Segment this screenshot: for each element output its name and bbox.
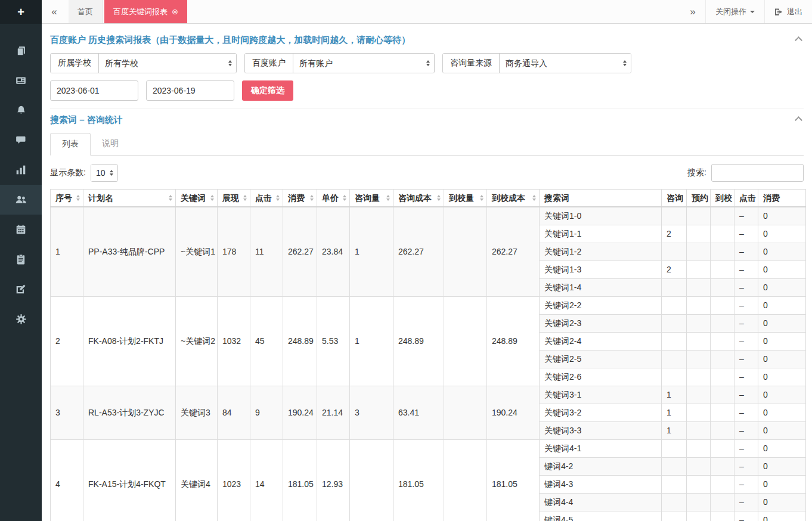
tabs-scroll-right-button[interactable]: » [680, 0, 705, 23]
term-cost: 0 [758, 422, 806, 440]
sidebar-item-users[interactable] [0, 185, 42, 215]
sort-icon[interactable] [210, 195, 214, 201]
sort-icon[interactable] [437, 195, 441, 201]
top-tab-label: 首页 [78, 7, 93, 17]
sidebar-item-calendar[interactable] [0, 215, 42, 244]
cost: 262.27 [283, 207, 317, 297]
tab-bar: 首页百度关键词报表⊗ [67, 0, 187, 23]
filter-row-dates: 确定筛选 [50, 80, 804, 101]
col-header-consult-cost[interactable]: 咨询成本 [393, 190, 444, 207]
col-header-impressions[interactable]: 展现 [218, 190, 250, 207]
files-icon [16, 46, 26, 56]
sort-icon[interactable] [310, 195, 314, 201]
col-header-consults[interactable]: 咨询量 [350, 190, 393, 207]
account-select[interactable]: 所有账户 [293, 54, 434, 73]
source-select[interactable]: 商务通导入 [500, 54, 631, 73]
sort-icon[interactable] [243, 195, 247, 201]
stats-panel-header: 搜索词 – 咨询统计 [50, 110, 804, 133]
sort-icon[interactable] [169, 195, 172, 201]
cost: 181.05 [283, 440, 317, 521]
term-book [687, 279, 711, 297]
confirm-filter-button[interactable]: 确定筛选 [242, 80, 293, 101]
col-header-clicks[interactable]: 点击 [250, 190, 283, 207]
top-tab[interactable]: 首页 [69, 0, 103, 23]
sort-icon[interactable] [276, 195, 280, 201]
sidebar-item-bell[interactable] [0, 95, 42, 125]
date-to-input[interactable] [146, 80, 234, 101]
search-term: 关键词1-3 [540, 261, 662, 279]
term-click: – [734, 476, 758, 494]
sidebar-item-files[interactable] [0, 36, 42, 66]
main-area: « 首页百度关键词报表⊗ » 关闭操作 退出 [42, 0, 812, 521]
school-filter-label: 所属学校 [51, 54, 99, 73]
tab-close-icon[interactable]: ⊗ [172, 7, 178, 16]
col-header-arrival-cost[interactable]: 到校成本 [487, 190, 540, 207]
term-arrive [711, 315, 734, 333]
consult-cost: 248.89 [393, 297, 444, 386]
sidebar-item-bar-chart[interactable] [0, 155, 42, 185]
collapse-chevron-icon[interactable] [795, 116, 802, 124]
search-input[interactable] [711, 164, 804, 182]
cost: 190.24 [283, 386, 317, 440]
search-control: 搜索: [687, 164, 804, 182]
col-header-keyword[interactable]: 关键词 [176, 190, 218, 207]
arrive-cost: 181.05 [487, 440, 540, 521]
top-tab-active[interactable]: 百度关键词报表⊗ [104, 0, 187, 23]
term-book [687, 422, 711, 440]
col-header-term-cost: 消费 [758, 190, 806, 207]
tabs-scroll-left-button[interactable]: « [42, 0, 67, 23]
arrive-cost: 262.27 [487, 207, 540, 297]
row-no: 3 [51, 386, 83, 440]
term-arrive [711, 386, 734, 404]
sidebar-item-edit[interactable] [0, 274, 42, 304]
sort-icon[interactable] [76, 195, 80, 201]
plus-icon: + [17, 5, 24, 19]
term-consult: 1 [662, 386, 687, 404]
col-header-label: 单价 [322, 193, 339, 203]
col-header-label: 点击 [255, 193, 272, 203]
search-term: 关键词2-2 [540, 297, 662, 315]
sidebar-item-gears[interactable] [0, 304, 42, 334]
sort-icon[interactable] [480, 195, 484, 201]
tab-help[interactable]: 说明 [91, 133, 130, 156]
search-term: 键词4-2 [540, 458, 662, 476]
sort-icon[interactable] [343, 195, 346, 201]
close-operations-dropdown[interactable]: 关闭操作 [705, 0, 764, 23]
term-consult [662, 511, 687, 521]
term-cost: 0 [758, 511, 806, 521]
col-header-price[interactable]: 单价 [317, 190, 350, 207]
col-header-label: 咨询量 [355, 193, 380, 203]
term-click: – [734, 297, 758, 315]
search-term: 关键词1-1 [540, 225, 662, 243]
term-click: – [734, 351, 758, 368]
term-arrive [711, 225, 734, 243]
logout-button[interactable]: 退出 [764, 0, 812, 23]
collapse-chevron-icon[interactable] [795, 36, 802, 44]
term-consult [662, 351, 687, 368]
sort-icon[interactable] [386, 195, 390, 201]
plan-name: RL-A53-计划3-ZYJC [83, 386, 176, 440]
sidebar-item-comments[interactable] [0, 125, 42, 155]
sort-icon[interactable] [532, 195, 536, 201]
filter-panel-header: 百度账户 历史搜索词报表（由于数据量大，且时间跨度越大，加载时间越久，请耐心等待… [50, 30, 804, 53]
sidebar-item-clipboard[interactable] [0, 244, 42, 274]
content: 百度账户 历史搜索词报表（由于数据量大，且时间跨度越大，加载时间越久，请耐心等待… [42, 24, 812, 521]
col-header-cost[interactable]: 消费 [283, 190, 317, 207]
search-term: 关键词3-2 [540, 404, 662, 422]
sidebar-logo[interactable]: + [0, 0, 42, 24]
col-header-no[interactable]: 序号 [51, 190, 83, 207]
term-arrive [711, 404, 734, 422]
page-size-label: 显示条数: [50, 168, 86, 178]
col-header-plan[interactable]: 计划名 [83, 190, 176, 207]
sidebar-item-newspaper[interactable] [0, 66, 42, 95]
date-from-input[interactable] [50, 80, 138, 101]
account-filter-group: 百度账户 所有账户 [244, 53, 435, 73]
school-select[interactable]: 所有学校 [99, 54, 236, 73]
search-term: 键词4-5 [540, 511, 662, 521]
tab-list[interactable]: 列表 [50, 133, 91, 156]
clicks: 45 [250, 297, 283, 386]
page-size-select[interactable]: 10 [91, 165, 117, 181]
col-header-arrivals[interactable]: 到校量 [444, 190, 487, 207]
row-no: 4 [51, 440, 83, 521]
calendar-icon [16, 224, 26, 235]
